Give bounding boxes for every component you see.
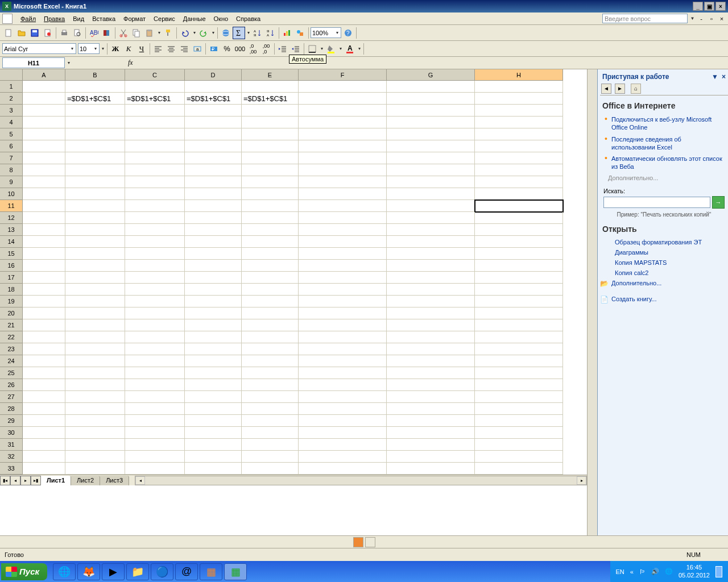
fill-color-button[interactable]: [325, 43, 337, 55]
row-header[interactable]: 17: [0, 272, 23, 284]
cell[interactable]: [299, 248, 387, 260]
column-header[interactable]: G: [387, 69, 475, 81]
cell[interactable]: [125, 463, 185, 475]
cell[interactable]: [23, 164, 65, 176]
next-sheet-button[interactable]: ▸: [20, 476, 31, 485]
cell[interactable]: [242, 463, 299, 475]
row-header[interactable]: 28: [0, 403, 23, 415]
cell[interactable]: [242, 236, 299, 248]
cell[interactable]: [387, 451, 475, 463]
cell[interactable]: [125, 140, 185, 152]
taskpane-menu-icon[interactable]: ▼: [712, 73, 718, 81]
cell[interactable]: [185, 343, 242, 355]
cell[interactable]: [23, 296, 65, 307]
cell[interactable]: [242, 152, 299, 164]
italic-button[interactable]: К: [122, 43, 135, 55]
cell[interactable]: [23, 117, 65, 128]
cell[interactable]: [125, 331, 185, 343]
cell[interactable]: [242, 140, 299, 152]
cell[interactable]: [185, 140, 242, 152]
row-header[interactable]: 31: [0, 439, 23, 451]
cell[interactable]: [125, 236, 185, 248]
cell[interactable]: [185, 307, 242, 319]
cell[interactable]: [299, 152, 387, 164]
open-button[interactable]: [15, 27, 28, 39]
row-header[interactable]: 24: [0, 355, 23, 367]
cell[interactable]: [23, 105, 65, 117]
tray-volume-icon[interactable]: 🔊: [651, 568, 659, 575]
cell[interactable]: [387, 272, 475, 284]
cell[interactable]: [23, 272, 65, 284]
cell[interactable]: [65, 212, 125, 224]
cell[interactable]: [299, 200, 387, 212]
doc-close-button[interactable]: ×: [718, 15, 726, 22]
cell[interactable]: [475, 331, 563, 343]
cell[interactable]: [185, 224, 242, 236]
cell[interactable]: [242, 307, 299, 319]
cell[interactable]: [242, 176, 299, 188]
cell[interactable]: [65, 415, 125, 427]
cell[interactable]: [125, 200, 185, 212]
underline-button[interactable]: Ч: [135, 43, 148, 55]
cell[interactable]: [185, 272, 242, 284]
cell[interactable]: [23, 260, 65, 272]
start-button[interactable]: Пуск: [1, 563, 47, 580]
decrease-decimal-button[interactable]: ,00,0: [260, 43, 272, 55]
cell[interactable]: [299, 439, 387, 451]
cell[interactable]: [65, 140, 125, 152]
cell[interactable]: [475, 93, 563, 105]
cell[interactable]: [387, 248, 475, 260]
cell[interactable]: [242, 296, 299, 307]
row-header[interactable]: 15: [0, 248, 23, 260]
cell[interactable]: [185, 439, 242, 451]
bold-button[interactable]: Ж: [109, 43, 122, 55]
taskpane-create-workbook[interactable]: Создать книгу...: [600, 294, 728, 304]
cell[interactable]: [242, 164, 299, 176]
cell[interactable]: [23, 236, 65, 248]
cell[interactable]: [185, 260, 242, 272]
redo-dropdown-icon[interactable]: ▾: [210, 30, 216, 35]
row-header[interactable]: 25: [0, 367, 23, 379]
cell[interactable]: [242, 391, 299, 403]
cell[interactable]: [299, 236, 387, 248]
row-header[interactable]: 3: [0, 105, 23, 117]
row-header[interactable]: 4: [0, 117, 23, 128]
currency-button[interactable]: ₽: [208, 43, 220, 55]
cell[interactable]: [23, 200, 65, 212]
cell[interactable]: [65, 81, 125, 93]
vertical-scrollbar[interactable]: [587, 69, 597, 535]
cell[interactable]: [242, 224, 299, 236]
cell[interactable]: [299, 81, 387, 93]
cell[interactable]: [65, 200, 125, 212]
autosum-dropdown-icon[interactable]: ▾: [246, 30, 251, 35]
taskpane-search-button[interactable]: →: [712, 196, 725, 209]
cell[interactable]: [387, 200, 475, 212]
cell[interactable]: [299, 367, 387, 379]
cell[interactable]: [65, 296, 125, 307]
cell[interactable]: [475, 463, 563, 475]
paste-dropdown-icon[interactable]: ▾: [156, 30, 162, 35]
cell[interactable]: [125, 117, 185, 128]
cell[interactable]: [65, 331, 125, 343]
sheet-tab[interactable]: Лист1: [41, 476, 71, 485]
row-header[interactable]: 23: [0, 343, 23, 355]
cell[interactable]: [475, 427, 563, 439]
row-header[interactable]: 30: [0, 427, 23, 439]
row-header[interactable]: 7: [0, 152, 23, 164]
cell[interactable]: [125, 379, 185, 391]
cell[interactable]: [387, 188, 475, 200]
row-header[interactable]: 32: [0, 451, 23, 463]
cell[interactable]: [185, 331, 242, 343]
menu-tools[interactable]: Сервис: [150, 14, 179, 23]
cell[interactable]: [299, 128, 387, 140]
cell[interactable]: [185, 379, 242, 391]
cell[interactable]: [185, 212, 242, 224]
row-header[interactable]: 10: [0, 188, 23, 200]
cell[interactable]: [475, 224, 563, 236]
cell[interactable]: [299, 176, 387, 188]
cell[interactable]: [387, 105, 475, 117]
row-header[interactable]: 8: [0, 164, 23, 176]
cell[interactable]: [125, 105, 185, 117]
cell[interactable]: [475, 439, 563, 451]
cell[interactable]: [242, 415, 299, 427]
